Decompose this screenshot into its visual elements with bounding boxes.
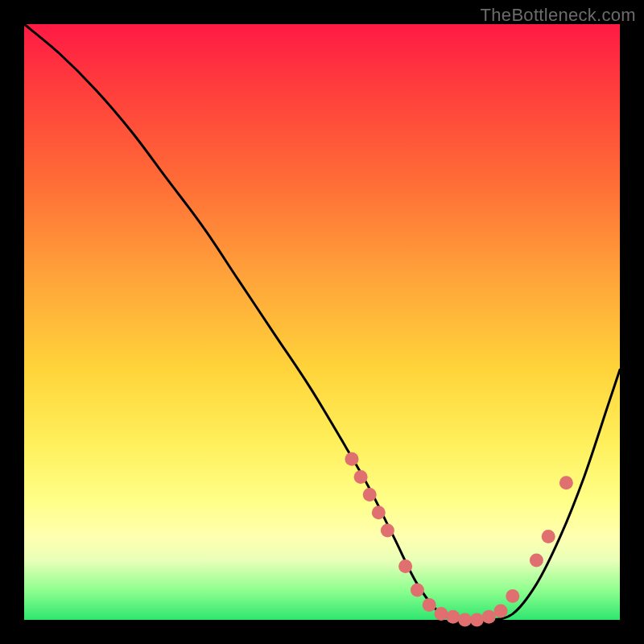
bottleneck-curve bbox=[24, 24, 620, 621]
marker-dot bbox=[559, 476, 573, 489]
marker-dot bbox=[530, 554, 543, 568]
marker-dot bbox=[411, 584, 424, 597]
marker-dot bbox=[446, 610, 460, 624]
marker-dot bbox=[458, 613, 472, 627]
marker-dot bbox=[423, 598, 436, 612]
marker-dot bbox=[398, 559, 412, 573]
marker-dot bbox=[470, 613, 484, 627]
chart-svg bbox=[24, 24, 620, 620]
marker-dot bbox=[372, 506, 386, 519]
marker-dot bbox=[363, 488, 377, 502]
marker-dot bbox=[506, 589, 519, 603]
watermark-text: TheBottleneck.com bbox=[481, 5, 636, 26]
chart-stage: TheBottleneck.com bbox=[0, 0, 644, 644]
marker-dot bbox=[482, 610, 496, 624]
marker-dot bbox=[345, 452, 359, 466]
marker-dot bbox=[381, 524, 394, 538]
marker-dot bbox=[542, 530, 555, 543]
marker-dot bbox=[435, 607, 448, 621]
marker-dot bbox=[354, 470, 368, 484]
plot-area bbox=[24, 24, 620, 620]
highlighted-markers bbox=[345, 452, 573, 627]
marker-dot bbox=[494, 604, 508, 617]
